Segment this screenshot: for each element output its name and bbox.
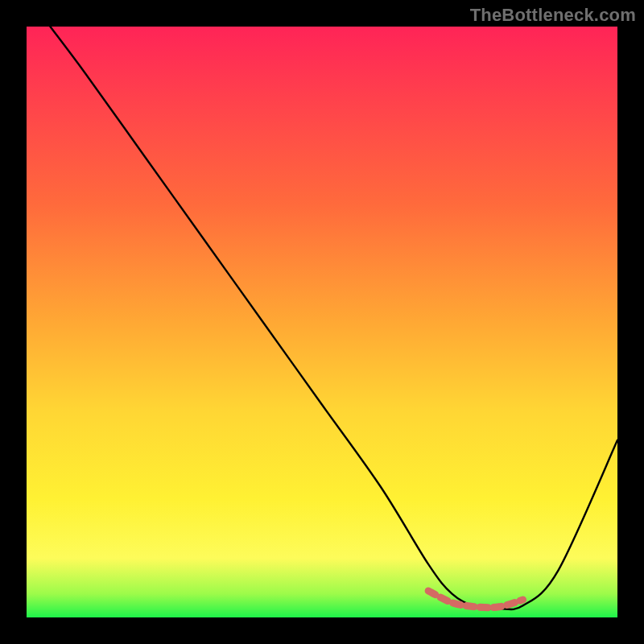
main-curve-path [50, 27, 617, 609]
bottom-highlight-path [428, 591, 523, 608]
watermark-text: TheBottleneck.com [470, 5, 636, 26]
chart-svg [27, 27, 617, 617]
plot-area [27, 27, 617, 617]
chart-frame: TheBottleneck.com [0, 0, 644, 644]
